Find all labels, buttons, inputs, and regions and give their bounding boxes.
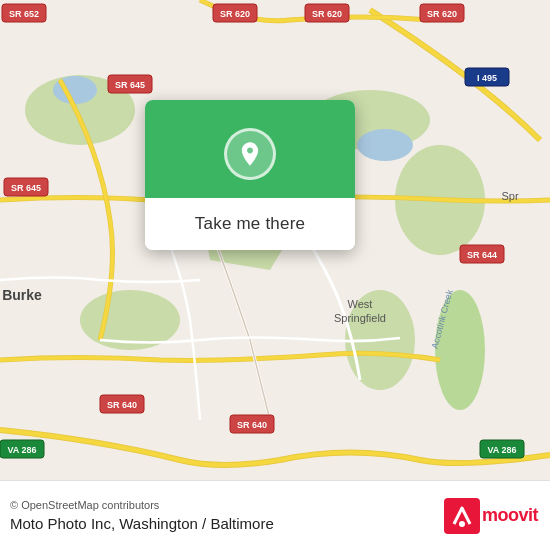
- svg-text:SR 645: SR 645: [11, 183, 41, 193]
- place-name: Moto Photo Inc, Washington / Baltimore: [10, 515, 274, 532]
- svg-text:SR 620: SR 620: [312, 9, 342, 19]
- svg-text:SR 645: SR 645: [115, 80, 145, 90]
- location-pin-icon: [236, 140, 264, 168]
- location-popup: Take me there: [145, 100, 355, 250]
- moovit-icon: [444, 498, 480, 534]
- svg-text:SR 640: SR 640: [107, 400, 137, 410]
- svg-text:Burke: Burke: [2, 287, 42, 303]
- svg-text:SR 640: SR 640: [237, 420, 267, 430]
- svg-text:VA 286: VA 286: [7, 445, 36, 455]
- svg-text:I 495: I 495: [477, 73, 497, 83]
- svg-point-9: [357, 129, 413, 161]
- svg-text:SR 652: SR 652: [9, 9, 39, 19]
- popup-header: [145, 100, 355, 198]
- svg-text:SR 620: SR 620: [427, 9, 457, 19]
- bottom-info-bar: © OpenStreetMap contributors Moto Photo …: [0, 480, 550, 550]
- bottom-left-info: © OpenStreetMap contributors Moto Photo …: [10, 499, 274, 532]
- svg-text:SR 620: SR 620: [220, 9, 250, 19]
- osm-attribution: © OpenStreetMap contributors: [10, 499, 274, 511]
- map-container[interactable]: SR 652 SR 620 SR 620 SR 620 SR 645 SR 64…: [0, 0, 550, 480]
- svg-text:VA 286: VA 286: [487, 445, 516, 455]
- svg-point-40: [459, 521, 465, 527]
- location-icon-container: [224, 128, 276, 180]
- moovit-logo: moovit: [444, 498, 538, 534]
- svg-rect-39: [444, 498, 480, 534]
- popup-button-section: Take me there: [145, 198, 355, 250]
- svg-text:Springfield: Springfield: [334, 312, 386, 324]
- svg-text:Spr: Spr: [501, 190, 518, 202]
- svg-text:West: West: [348, 298, 373, 310]
- svg-text:SR 644: SR 644: [467, 250, 497, 260]
- take-me-there-button[interactable]: Take me there: [187, 212, 313, 236]
- svg-point-8: [53, 76, 97, 104]
- moovit-text: moovit: [482, 505, 538, 526]
